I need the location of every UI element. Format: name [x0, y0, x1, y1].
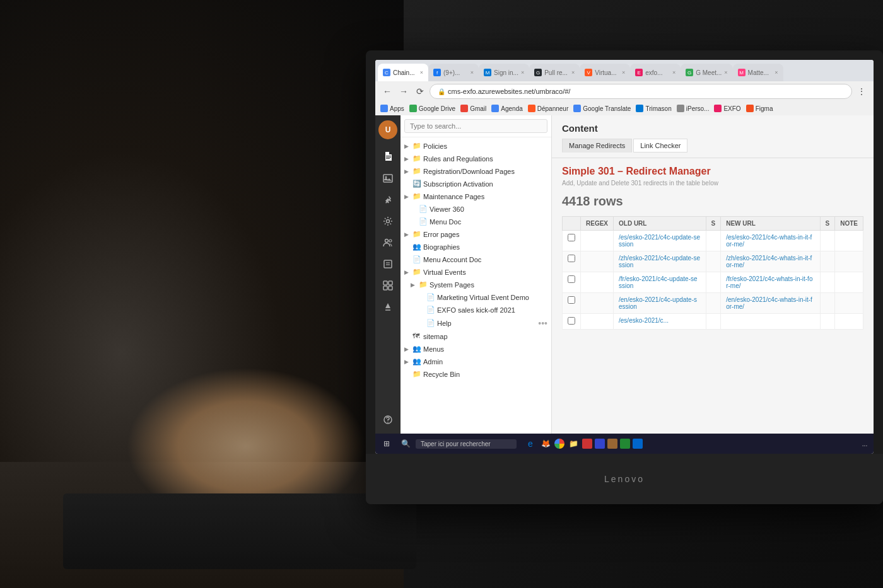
bookmark-label-iperso: iPerso... [686, 105, 710, 112]
bookmark-iperso[interactable]: iPerso... [677, 105, 710, 112]
bookmark-trimason[interactable]: Trimason [636, 105, 671, 112]
tab-close-4[interactable]: × [571, 69, 575, 76]
taskbar-app2-icon[interactable] [595, 439, 605, 449]
cms-logo[interactable]: U [378, 120, 397, 139]
tab-close-3[interactable]: × [521, 69, 524, 76]
bookmark-gmail[interactable]: Gmail [460, 105, 486, 112]
taskbar-search-box[interactable]: Taper ici pour rechercher [416, 439, 517, 449]
tree-item-marketing[interactable]: 📄 Marketing Virtual Event Demo [401, 291, 551, 304]
cms-icon-settings[interactable] [379, 212, 397, 230]
bookmark-translate[interactable]: Google Translate [573, 105, 631, 112]
tree-item-registration[interactable]: ▶ 📁 Registration/Download Pages [401, 165, 551, 178]
cms-icon-users[interactable] [379, 234, 397, 251]
taskbar-vscode-icon[interactable] [633, 439, 643, 449]
tree-item-rules[interactable]: ▶ 📁 Rules and Regulations [401, 153, 551, 165]
tree-item-policies[interactable]: ▶ 📁 Policies [401, 140, 551, 153]
row-checkbox-2[interactable] [563, 272, 581, 293]
th-new-url: NEW URL [721, 217, 820, 231]
tree-item-menus[interactable]: ▶ 👥 Menus [401, 343, 551, 355]
tree-item-biographies[interactable]: 👥 Biographies [401, 241, 551, 253]
tree-item-exfosales[interactable]: 📄 EXFO sales kick-off 2021 [401, 304, 551, 316]
browser-tab-7[interactable]: G G Meet... × [681, 64, 732, 81]
back-button[interactable]: ← [380, 84, 394, 98]
tab-close-6[interactable]: × [672, 69, 675, 76]
browser-tab-2[interactable]: f (9+)... × [428, 64, 479, 81]
tab-close-2[interactable]: × [471, 69, 474, 76]
cms-icon-help[interactable] [379, 411, 397, 429]
address-bar[interactable]: 🔒 cms-exfo.azurewebsites.net/umbraco/#/ [430, 84, 852, 99]
tab-close-8[interactable]: × [775, 69, 778, 76]
extensions-button[interactable]: ⋮ [855, 84, 868, 98]
row-checkbox-1[interactable] [563, 251, 581, 272]
table-row[interactable]: /fr/esko-2021/c4c-update-session /fr/esk… [563, 272, 863, 293]
folder-icon-policies: 📁 [412, 142, 421, 151]
checkbox-3[interactable] [568, 296, 575, 304]
browser-tab-8[interactable]: M Matte... × [733, 64, 783, 81]
tab-close-7[interactable]: × [724, 69, 727, 76]
tree-item-errorpages[interactable]: ▶ 📁 Error pages [401, 228, 551, 241]
search-input[interactable] [404, 119, 547, 133]
bookmark-agenda[interactable]: Agenda [491, 105, 522, 112]
taskbar-firefox-icon[interactable]: 🦊 [539, 437, 552, 450]
tree-item-sitemap[interactable]: 🗺 sitemap [401, 330, 551, 343]
cms-icon-image[interactable] [379, 170, 397, 187]
browser-tab-5[interactable]: V Virtua... × [580, 64, 630, 81]
tree-item-maintenance[interactable]: ▶ 📁 Maintenance Pages [401, 190, 551, 203]
tab-close-5[interactable]: × [622, 69, 625, 76]
row-regex-2 [581, 272, 614, 293]
bookmark-depanneur[interactable]: Dépanneur [528, 105, 568, 112]
cms-icon-document[interactable] [379, 148, 397, 166]
cms-icon-deploy[interactable] [379, 298, 397, 316]
tree-item-virtualevents[interactable]: ▶ 📁 Virtual Events [401, 266, 551, 279]
tree-more-help[interactable]: ••• [538, 318, 547, 328]
row-checkbox-3[interactable] [563, 293, 581, 314]
table-row[interactable]: /zh/esko-2021/c4c-update-session /zh/esk… [563, 251, 863, 272]
cms-icon-packages[interactable] [379, 277, 397, 294]
tree-item-subscription[interactable]: 🔄 Subscription Activation [401, 178, 551, 190]
bookmark-gdrive[interactable]: Google Drive [409, 105, 455, 112]
browser-tab-1[interactable]: C Chain... × [378, 64, 428, 81]
taskbar-app4-icon[interactable] [620, 439, 630, 449]
forward-button[interactable]: → [397, 84, 411, 98]
tab-close-1[interactable]: × [420, 69, 423, 76]
table-row[interactable]: /en/esko-2021/c4c-update-session /en/esk… [563, 293, 863, 314]
bookmark-apps[interactable]: Apps [380, 105, 404, 112]
cms-icon-forms[interactable] [379, 255, 397, 273]
tree-item-recyclebin[interactable]: 📁 Recycle Bin [401, 368, 551, 381]
taskbar-time-text: ... [862, 441, 867, 447]
keyboard-area [63, 493, 416, 569]
checkbox-0[interactable] [568, 234, 575, 241]
table-row[interactable]: /es/esko-2021/c... [563, 314, 863, 330]
cms-icon-tools[interactable] [379, 191, 397, 209]
tree-item-menudoc[interactable]: 📄 Menu Doc [401, 216, 551, 228]
tree-item-help[interactable]: 📄 Help ••• [401, 316, 551, 330]
row-checkbox-0[interactable] [563, 231, 581, 251]
tree-item-menuaccount[interactable]: 📄 Menu Account Doc [401, 253, 551, 266]
tree-item-admin[interactable]: ▶ 👥 Admin [401, 355, 551, 368]
tree-label-virtualevents: Virtual Events [423, 268, 547, 276]
tree-item-viewer360[interactable]: 📄 Viewer 360 [401, 203, 551, 216]
taskbar-app1-icon[interactable] [582, 439, 592, 449]
row-note-1 [835, 251, 863, 272]
taskbar-edge-icon[interactable]: e [524, 437, 537, 450]
checkbox-1[interactable] [568, 255, 575, 262]
browser-tab-3[interactable]: M Sign in... × [479, 64, 529, 81]
taskbar-app3-icon[interactable] [607, 439, 617, 449]
taskbar-chrome-icon[interactable] [554, 439, 564, 449]
tab-link-checker[interactable]: Link Checker [633, 139, 687, 153]
reload-button[interactable]: ⟳ [413, 84, 427, 98]
browser-tab-4[interactable]: G Pull re... × [529, 64, 580, 81]
bookmark-figma[interactable]: Figma [746, 105, 773, 112]
table-row[interactable]: /es/esko-2021/c4c-update-session /es/esk… [563, 231, 863, 251]
row-checkbox-4[interactable] [563, 314, 581, 330]
windows-start-button[interactable]: ⊞ [378, 435, 395, 453]
tree-item-systempages[interactable]: ▶ 📁 System Pages [401, 279, 551, 291]
browser-tab-6[interactable]: E exfo... × [630, 64, 681, 81]
checkbox-4[interactable] [568, 317, 575, 325]
svg-point-14 [387, 422, 389, 423]
checkbox-2[interactable] [568, 275, 575, 283]
taskbar-explorer-icon[interactable]: 📁 [567, 437, 580, 450]
taskbar-search-button[interactable]: 🔍 [397, 435, 414, 453]
bookmark-exfo[interactable]: EXFO [714, 105, 740, 112]
tab-manage-redirects[interactable]: Manage Redirects [562, 139, 632, 153]
